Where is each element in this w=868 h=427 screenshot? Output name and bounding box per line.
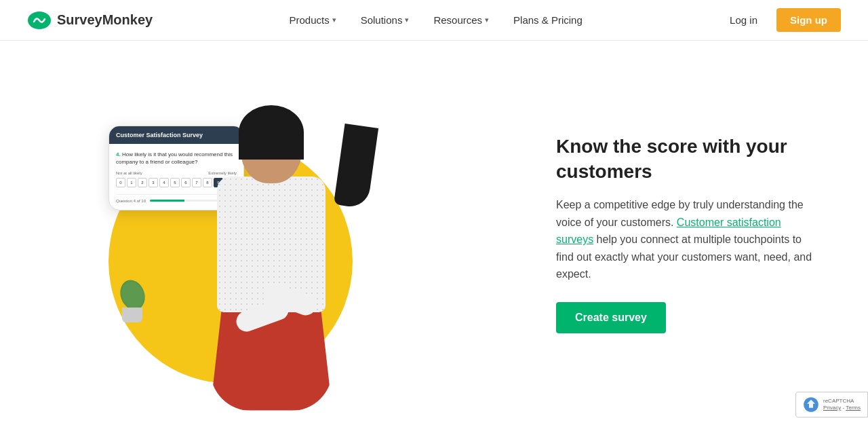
logo-text: SurveyMonkey [57, 12, 153, 28]
recaptcha-badge: reCAPTCHA Privacy - Terms [795, 392, 868, 417]
scale-2[interactable]: 2 [138, 178, 147, 187]
person-hair-flow [334, 124, 378, 209]
privacy-link[interactable]: Privacy [823, 405, 841, 411]
illustration-area: Customer Satisfaction Survey 4. How like… [68, 71, 407, 397]
recaptcha-text: reCAPTCHA Privacy - Terms [823, 398, 861, 412]
body-text: Keep a competitive edge by truly underst… [556, 196, 814, 283]
chevron-down-icon: ▾ [405, 16, 409, 24]
nav-links: Products ▾ Solutions ▾ Resources ▾ Plans… [279, 9, 591, 31]
scale-0[interactable]: 0 [116, 178, 125, 187]
logo[interactable]: SurveyMonkey [27, 11, 153, 30]
recaptcha-links: Privacy - Terms [823, 405, 861, 411]
plant-decoration [115, 282, 149, 322]
main-content: Customer Satisfaction Survey 4. How like… [0, 41, 868, 427]
text-content: Know the score with your customers Keep … [529, 134, 814, 333]
plant-pot [122, 308, 142, 322]
headline: Know the score with your customers [556, 134, 814, 184]
recaptcha-logo-icon [803, 396, 819, 413]
person-figure [176, 112, 366, 404]
nav-item-solutions[interactable]: Solutions ▾ [351, 9, 419, 31]
nav-item-resources[interactable]: Resources ▾ [424, 9, 498, 31]
navigation: SurveyMonkey Products ▾ Solutions ▾ Reso… [0, 0, 868, 41]
body-outro: help you connect at multiple touchpoints… [556, 234, 812, 280]
nav-actions: Log in Sign up [719, 8, 841, 32]
person-body [176, 112, 366, 404]
chevron-down-icon: ▾ [332, 16, 336, 24]
person-hair [239, 105, 304, 160]
nav-item-plans[interactable]: Plans & Pricing [504, 9, 592, 31]
login-button[interactable]: Log in [719, 9, 768, 31]
scale-3[interactable]: 3 [149, 178, 158, 187]
logo-icon [27, 11, 52, 30]
chevron-down-icon: ▾ [485, 16, 489, 24]
person-torso [217, 177, 326, 312]
scale-4[interactable]: 4 [159, 178, 169, 187]
terms-link[interactable]: Terms [846, 405, 861, 411]
question-number: 4. [116, 151, 121, 157]
scale-1[interactable]: 1 [127, 178, 136, 187]
signup-button[interactable]: Sign up [776, 8, 841, 32]
nav-item-products[interactable]: Products ▾ [279, 9, 345, 31]
create-survey-button[interactable]: Create survey [556, 302, 666, 333]
